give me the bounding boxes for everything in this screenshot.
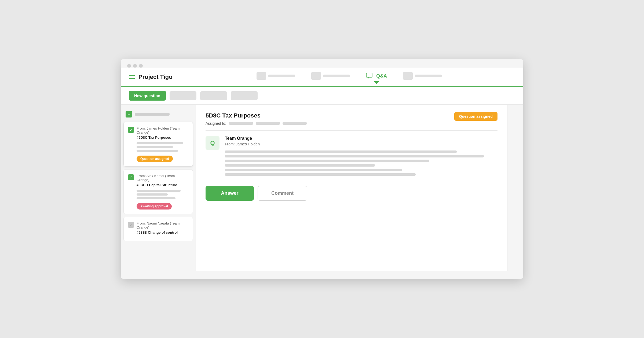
tab-placeholder-4[interactable] — [403, 72, 442, 82]
toolbar-filter-3[interactable] — [231, 91, 258, 100]
item-2-title: #0CBD Capital Structure — [137, 183, 188, 187]
new-question-button[interactable]: New question — [129, 91, 166, 101]
nav-tabs: Q&A — [183, 72, 515, 82]
app-window: Project Tigo — [121, 59, 523, 279]
tab-qa-text: Q&A — [376, 73, 387, 79]
item-2-line-3 — [137, 197, 175, 199]
nav-bar: Project Tigo — [121, 68, 523, 87]
main-content: − ✓ From: James Holden (Team Orange) #5D… — [121, 105, 523, 271]
right-sidebar — [507, 105, 523, 271]
detail-header-left: 5D8C Tax Purposes Assigned to: — [206, 112, 307, 126]
tab-placeholder-2[interactable] — [311, 72, 350, 82]
sidebar: − ✓ From: James Holden (Team Orange) #5D… — [121, 105, 196, 271]
tab-box-4 — [403, 72, 413, 80]
check-icon-2: ✓ — [128, 174, 134, 180]
item-2-badge: Awaiting approval — [137, 203, 172, 210]
item-3-title: #588B Change of control — [137, 230, 188, 234]
tab-line-1 — [268, 75, 295, 77]
question-body: Team Orange From: James Holden — [225, 136, 497, 178]
tab-qa-label: Q&A — [366, 73, 387, 79]
detail-title: 5D8C Tax Purposes — [206, 112, 307, 119]
q-line-4 — [225, 164, 375, 167]
assigned-placeholder-1 — [229, 122, 253, 125]
toolbar: New question — [121, 87, 523, 105]
sidebar-item-2[interactable]: ✓ From: Alex Kamal (Team Orange) #0CBD C… — [123, 169, 193, 214]
tab-line-2 — [323, 75, 350, 77]
detail-header: 5D8C Tax Purposes Assigned to: Question … — [206, 112, 497, 131]
item-2-line-1 — [137, 190, 181, 192]
q-line-1 — [225, 150, 457, 153]
nav-title: Project Tigo — [138, 74, 173, 80]
sidebar-minus-icon: − — [126, 111, 132, 117]
q-line-6 — [225, 173, 416, 176]
sidebar-item-1[interactable]: ✓ From: James Holden (Team Orange) #5D8C… — [123, 122, 193, 167]
action-buttons: Answer Comment — [206, 186, 497, 201]
item-1-line-3 — [137, 150, 178, 152]
assigned-label: Assigned to: — [206, 121, 226, 126]
check-icon-3: ✓ — [128, 222, 134, 228]
sidebar-item-1-header: ✓ From: James Holden (Team Orange) #5D8C… — [128, 126, 188, 139]
detail-assigned: Assigned to: — [206, 121, 307, 126]
item-2-lines — [137, 190, 188, 199]
item-3-from: From: Naomi Nagata (Team Orange) — [137, 221, 188, 229]
item-1-badge: Question assigned — [137, 156, 173, 162]
check-icon-1: ✓ — [128, 127, 134, 133]
hamburger-icon[interactable] — [129, 75, 135, 79]
question-card: Q Team Orange From: James Holden — [206, 136, 497, 178]
comment-button[interactable]: Comment — [258, 186, 307, 201]
sidebar-item-3[interactable]: ✓ From: Naomi Nagata (Team Orange) #588B… — [123, 217, 193, 241]
traffic-lights — [127, 64, 143, 68]
detail-panel: 5D8C Tax Purposes Assigned to: Question … — [196, 105, 507, 271]
question-team: Team Orange — [225, 136, 497, 141]
traffic-light-red — [127, 64, 131, 68]
item-2-line-2 — [137, 193, 168, 196]
item-1-from: From: James Holden (Team Orange) — [137, 126, 188, 134]
title-bar — [121, 59, 523, 68]
sidebar-item-3-header: ✓ From: Naomi Nagata (Team Orange) #588B… — [128, 221, 188, 234]
tab-box-2 — [311, 72, 321, 80]
question-assigned-button[interactable]: Question assigned — [454, 112, 497, 121]
q-line-5 — [225, 169, 402, 171]
svg-rect-0 — [366, 73, 372, 77]
assigned-placeholder-2 — [256, 122, 280, 125]
sidebar-item-2-header: ✓ From: Alex Kamal (Team Orange) #0CBD C… — [128, 174, 188, 187]
assigned-placeholder-3 — [283, 122, 307, 125]
tab-placeholder-1[interactable] — [257, 72, 295, 82]
chat-icon — [366, 73, 374, 79]
toolbar-filter-2[interactable] — [200, 91, 227, 100]
item-1-lines — [137, 142, 188, 152]
answer-button[interactable]: Answer — [206, 186, 254, 201]
sidebar-header: − — [121, 109, 196, 122]
tab-qa[interactable]: Q&A — [366, 73, 387, 81]
item-1-title: #5D8C Tax Purposes — [137, 135, 188, 139]
item-2-from: From: Alex Kamal (Team Orange) — [137, 174, 188, 182]
question-from: From: James Holden — [225, 142, 497, 146]
q-line-3 — [225, 160, 429, 162]
question-lines — [225, 150, 497, 176]
item-1-line-2 — [137, 146, 173, 148]
avatar-q: Q — [206, 136, 219, 150]
sidebar-header-line — [135, 113, 170, 116]
tab-box-1 — [257, 72, 266, 80]
q-line-2 — [225, 155, 484, 157]
toolbar-filter-1[interactable] — [170, 91, 196, 100]
traffic-light-green — [139, 64, 143, 68]
tab-line-4 — [415, 75, 442, 77]
item-1-line-1 — [137, 142, 183, 144]
traffic-light-yellow — [133, 64, 137, 68]
nav-brand: Project Tigo — [129, 74, 173, 80]
